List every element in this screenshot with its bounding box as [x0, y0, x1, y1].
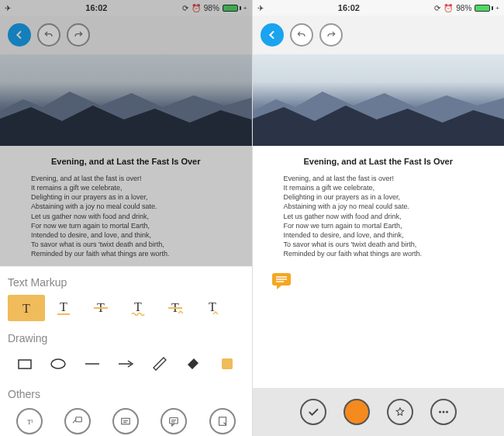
svg-text:T: T [60, 300, 67, 313]
nav-bar [0, 16, 252, 54]
battery-icon: + [475, 5, 499, 12]
highlight-tool[interactable]: T [8, 295, 45, 321]
battery-percent: 98% [456, 4, 471, 12]
annotation-tool-panel: Text Markup T T T T T T [0, 266, 252, 436]
status-time: 16:02 [85, 3, 107, 12]
redo-button[interactable] [67, 23, 90, 47]
typewriter-tool[interactable]: TI Typewriter [8, 408, 51, 436]
undo-button[interactable] [290, 23, 313, 47]
svg-rect-10 [19, 360, 31, 369]
back-button[interactable] [261, 23, 284, 47]
document-image [253, 54, 505, 146]
status-bar: ✈ 16:02 ⟳ ⏰ 98% + [253, 0, 505, 16]
document-body: Evening, and at last the fast is over! I… [271, 174, 486, 258]
undo-button[interactable] [37, 23, 60, 47]
replace-tool[interactable]: T [194, 295, 231, 321]
underline-tool[interactable]: T [45, 295, 82, 321]
oval-tool[interactable] [42, 351, 76, 377]
textbox-icon [112, 408, 139, 434]
nav-bar [253, 16, 505, 54]
document-title: Evening, and at Last the Fast Is Over [19, 157, 233, 166]
strikethrough-tool[interactable]: T [82, 295, 119, 321]
apply-button[interactable] [300, 399, 326, 425]
others-tool-row: TI Typewriter Callout Textbox Comment [8, 407, 244, 436]
squiggly-tool[interactable]: T [119, 295, 157, 321]
document-content: Evening, and at Last the Fast Is Over Ev… [0, 146, 252, 266]
comment-icon [161, 408, 187, 434]
status-time: 16:02 [338, 3, 360, 12]
section-others-label: Others [8, 388, 244, 400]
caret-tool[interactable]: T [157, 295, 194, 321]
comment-marker-icon[interactable] [271, 272, 292, 289]
rotation-lock-icon: ⟳ [434, 4, 440, 12]
document-body: Evening, and at last the fast is over! I… [19, 174, 233, 258]
alarm-icon: ⏰ [192, 4, 201, 12]
textbox-tool[interactable]: Textbox [104, 408, 147, 436]
document-content[interactable]: Evening, and at Last the Fast Is Over Ev… [253, 146, 505, 266]
svg-rect-21 [170, 418, 178, 424]
svg-rect-14 [222, 358, 233, 369]
svg-point-30 [442, 411, 444, 414]
attachment-tool[interactable]: Attachment [201, 408, 244, 436]
svg-point-11 [51, 359, 65, 369]
document-image [0, 54, 252, 146]
arrow-tool[interactable] [109, 351, 143, 377]
pin-button[interactable] [387, 399, 413, 425]
battery-percent: 98% [204, 4, 219, 12]
line-tool[interactable] [75, 351, 109, 377]
svg-point-31 [446, 411, 448, 414]
battery-icon: + [223, 5, 247, 12]
redo-button[interactable] [319, 23, 343, 47]
eraser-tool[interactable] [177, 351, 211, 377]
svg-text:I: I [31, 419, 33, 424]
callout-tool[interactable]: Callout [56, 408, 99, 436]
svg-text:T: T [22, 302, 30, 315]
callout-icon [64, 408, 91, 434]
comment-tool[interactable]: Comment [152, 408, 195, 436]
alarm-icon: ⏰ [444, 4, 453, 12]
status-bar: ✈ 16:02 ⟳ ⏰ 98% + [0, 0, 252, 16]
note-tool[interactable] [210, 351, 244, 377]
pencil-tool[interactable] [143, 351, 177, 377]
svg-rect-18 [122, 419, 130, 425]
svg-text:T: T [134, 300, 142, 313]
attachment-icon [209, 408, 236, 434]
markup-tool-row: T T T T T T [8, 295, 244, 326]
airplane-icon: ✈ [257, 4, 264, 12]
section-drawing-label: Drawing [8, 332, 244, 344]
bottom-toolbar [253, 388, 505, 436]
rotation-lock-icon: ⟳ [182, 4, 188, 12]
back-button[interactable] [8, 23, 31, 47]
svg-rect-17 [76, 417, 82, 422]
svg-point-29 [439, 411, 441, 414]
more-button[interactable] [430, 399, 457, 425]
typewriter-icon: TI [16, 408, 43, 434]
color-button[interactable] [343, 399, 370, 425]
drawing-tool-row [8, 351, 244, 382]
airplane-icon: ✈ [5, 4, 11, 12]
rectangle-tool[interactable] [8, 351, 42, 377]
section-markup-label: Text Markup [8, 276, 244, 289]
document-title: Evening, and at Last the Fast Is Over [271, 157, 486, 166]
